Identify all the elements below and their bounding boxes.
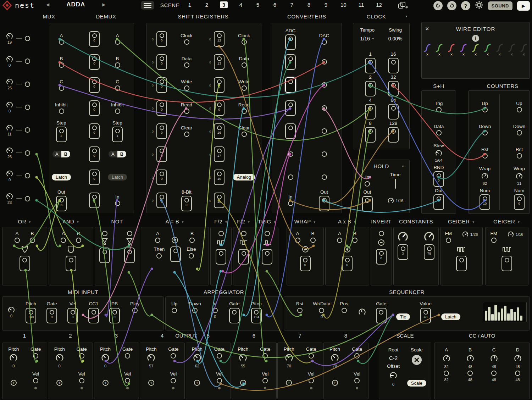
- port-jack[interactable]: [379, 251, 384, 256]
- arp-up-port[interactable]: [172, 308, 177, 313]
- and-b-port[interactable]: [76, 238, 81, 243]
- mux-knob[interactable]: 19: [6, 32, 13, 44]
- sr1-stage-port[interactable]: 0: [156, 77, 167, 93]
- redo-button[interactable]: [447, 1, 456, 10]
- scene-button-9[interactable]: 9: [322, 1, 330, 8]
- delete-wire-icon[interactable]: ×: [426, 52, 428, 57]
- clock-div-128-port[interactable]: [388, 127, 399, 143]
- counter-down-port[interactable]: [482, 130, 488, 135]
- port-jack[interactable]: [217, 79, 222, 84]
- port-jack[interactable]: [288, 37, 293, 41]
- port-jack[interactable]: [50, 310, 54, 315]
- wire-color-swatch[interactable]: ×: [423, 43, 431, 57]
- port-jack[interactable]: [483, 196, 487, 201]
- seq-wr-data-port[interactable]: [319, 308, 324, 313]
- counter-wrap-knob[interactable]: [481, 172, 489, 180]
- port-jack[interactable]: [368, 129, 373, 134]
- sr2-stage-port[interactable]: 10: [214, 170, 225, 185]
- port-jack[interactable]: [217, 195, 222, 199]
- clock-dropdown-arrow[interactable]: ▼: [405, 15, 408, 18]
- wire-color-swatch[interactable]: ×: [508, 43, 516, 57]
- sr1-clear-port[interactable]: [184, 132, 189, 137]
- output-vel-port[interactable]: [262, 378, 268, 383]
- delete-wire-icon[interactable]: ×: [498, 52, 501, 57]
- adc-bit-port[interactable]: [285, 34, 296, 50]
- mux-knob-port[interactable]: [25, 150, 30, 156]
- clock-div-8-port[interactable]: [365, 127, 376, 143]
- port-jack[interactable]: [232, 310, 237, 315]
- seq-latch-button[interactable]: Latch: [441, 313, 460, 320]
- delete-wire-icon[interactable]: ×: [450, 52, 453, 57]
- help-button[interactable]: ?: [461, 1, 470, 10]
- sh-rnd-port[interactable]: 0: [433, 171, 444, 187]
- bus-port[interactable]: 0: [89, 77, 100, 93]
- wrap-out-port[interactable]: 0: [300, 256, 311, 271]
- demux-input-port[interactable]: [115, 109, 120, 114]
- output-vel-port[interactable]: [33, 378, 38, 383]
- output-gate-port[interactable]: [171, 353, 176, 359]
- mux-knob-port[interactable]: [25, 127, 30, 133]
- mux-input-port[interactable]: [59, 39, 64, 45]
- port-jack[interactable]: [92, 310, 96, 315]
- port-jack[interactable]: [69, 258, 73, 262]
- scene-button-4[interactable]: 4: [237, 1, 245, 8]
- scene-button-11[interactable]: 11: [357, 1, 366, 8]
- delete-wire-icon[interactable]: ×: [486, 52, 489, 57]
- cc-out-port[interactable]: [515, 371, 520, 376]
- dropdown-arrow-icon[interactable]: ▼: [517, 221, 520, 224]
- sh-slew-knob[interactable]: [435, 149, 443, 157]
- port-jack[interactable]: [173, 249, 178, 253]
- scene-button-10[interactable]: 10: [339, 1, 348, 8]
- seq-knob[interactable]: [358, 308, 366, 316]
- scene-button-5[interactable]: 5: [254, 1, 262, 8]
- undo-button[interactable]: [433, 1, 443, 10]
- port-jack[interactable]: [505, 258, 509, 262]
- output-gate-port[interactable]: [125, 353, 130, 359]
- toggle-option-B[interactable]: B: [117, 151, 126, 157]
- counter-wrap-knob[interactable]: [515, 172, 523, 180]
- output-gate-port[interactable]: [217, 353, 222, 359]
- demux-input-port[interactable]: [115, 85, 120, 91]
- port-jack[interactable]: [254, 310, 259, 315]
- sr1-stage-port[interactable]: 0: [156, 170, 167, 185]
- port-jack[interactable]: [160, 172, 164, 176]
- mux-knob-port[interactable]: [25, 173, 30, 178]
- port-jack[interactable]: [217, 126, 222, 130]
- output-pitch-knob[interactable]: [330, 353, 339, 362]
- output-gate-port[interactable]: [79, 353, 84, 359]
- dropdown-arrow-icon[interactable]: ▼: [76, 221, 79, 224]
- bus-port[interactable]: 0: [89, 54, 100, 70]
- sr2-data-port[interactable]: [242, 62, 247, 68]
- offset-knob[interactable]: [389, 371, 398, 380]
- scene-button-6[interactable]: 6: [271, 1, 279, 8]
- mux-out-port[interactable]: 25: [56, 196, 67, 211]
- scene-button-3[interactable]: 3: [220, 1, 228, 8]
- port-jack[interactable]: [401, 246, 405, 251]
- adc-bit-port[interactable]: [285, 100, 296, 116]
- port-jack[interactable]: [115, 129, 120, 133]
- cc-out-port[interactable]: [444, 371, 449, 376]
- port-jack[interactable]: [92, 79, 97, 84]
- port-jack[interactable]: [437, 196, 441, 201]
- mux-knob-port[interactable]: [25, 82, 30, 87]
- port-jack[interactable]: [459, 258, 464, 262]
- wire-color-swatch[interactable]: ×: [436, 43, 443, 57]
- delete-wire-icon[interactable]: ×: [474, 52, 477, 57]
- output-vel-port[interactable]: [309, 378, 314, 383]
- cc-knob[interactable]: [514, 354, 522, 363]
- port-jack[interactable]: [92, 149, 97, 153]
- port-jack[interactable]: [368, 60, 373, 65]
- arp-v-port[interactable]: [212, 308, 218, 313]
- sr2-clear-port[interactable]: [242, 132, 247, 137]
- bus-port[interactable]: 0: [89, 193, 100, 208]
- clock-div-32-port[interactable]: [388, 81, 399, 96]
- dac-out-port[interactable]: [319, 196, 329, 211]
- counter-num-port[interactable]: 10: [480, 194, 490, 210]
- not-in-port[interactable]: [127, 231, 132, 236]
- counter-up-port[interactable]: [517, 107, 522, 112]
- output-vel-port[interactable]: [79, 378, 84, 383]
- port-jack[interactable]: [437, 173, 441, 178]
- port-jack[interactable]: [22, 258, 27, 262]
- port-jack[interactable]: [160, 33, 164, 38]
- dropdown-arrow-icon[interactable]: ▼: [225, 221, 227, 224]
